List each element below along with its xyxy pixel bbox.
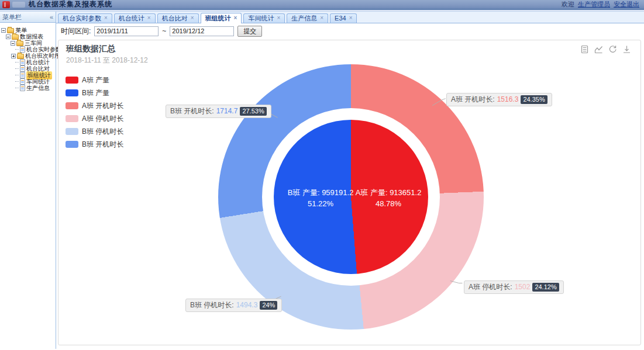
legend-item-b-runtime[interactable]: B班 开机时长 [66, 140, 123, 150]
callout-a-runtime: A班 开机时长: 1516.3 24.35% [446, 93, 552, 106]
report-file-icon [20, 59, 25, 65]
end-date-input[interactable] [170, 26, 234, 36]
tab-close-icon[interactable]: × [277, 15, 280, 21]
date-range-label: 时间区间: [61, 26, 91, 36]
tab-label: 机台实时参数 [63, 14, 101, 23]
tab-close-icon[interactable]: × [320, 15, 323, 21]
date-range-separator: ~ [162, 27, 166, 35]
tab-machine-realtime-params[interactable]: 机台实时参数 × [58, 13, 112, 23]
folder-icon [16, 41, 23, 46]
logout-link[interactable]: 安全退出 [614, 0, 639, 9]
tab-close-icon[interactable]: × [104, 15, 108, 21]
tab-label: 机台比对 [162, 14, 188, 23]
company-logo-icon [12, 2, 25, 8]
legend-item-a-downtime[interactable]: A班 停机时长 [66, 114, 123, 124]
tab-close-icon[interactable]: × [234, 15, 237, 21]
report-file-icon [20, 72, 25, 78]
legend-item-b-downtime[interactable]: B班 停机时长 [66, 127, 123, 137]
line-chart-icon[interactable] [594, 45, 603, 54]
folder-icon [7, 28, 14, 33]
tab-label: E34 [335, 15, 346, 22]
callout-percent-badge: 24.35% [521, 95, 547, 104]
tab-label: 车间统计 [248, 14, 274, 23]
menu-tree: 菜单 数据报表 三车间 机台实时参数 机台班次时序 [0, 23, 56, 91]
legend-item-a-output[interactable]: A班 产量 [66, 75, 123, 85]
callout-label: A班 停机时长: [469, 282, 512, 292]
legend-swatch [66, 89, 78, 96]
tree-connector [15, 49, 19, 50]
folder-icon [17, 54, 24, 59]
callout-value: 1502 [515, 283, 531, 291]
tab-close-icon[interactable]: × [147, 15, 151, 21]
tab-team-stats[interactable]: 班组统计 × [201, 13, 242, 23]
restore-icon[interactable] [608, 45, 617, 54]
legend-swatch [66, 77, 78, 84]
expand-plus-icon[interactable] [11, 54, 16, 58]
tab-label: 生产信息 [291, 14, 317, 23]
download-icon[interactable] [622, 45, 631, 54]
content-area: 机台实时参数 × 机台统计 × 机台比对 × 班组统计 × 车间统计 × 生产信… [56, 12, 644, 349]
callout-value: 1494.3 [236, 301, 258, 309]
tab-label: 机台统计 [119, 14, 144, 23]
chart-title: 班组数据汇总 [66, 44, 115, 54]
legend-swatch [66, 115, 78, 122]
report-file-icon [20, 46, 25, 53]
legend-label: A班 产量 [82, 75, 109, 85]
chart-toolbox [580, 45, 631, 54]
callout-percent-badge: 27.53% [240, 107, 266, 116]
data-view-icon[interactable] [580, 45, 589, 54]
tree-connector [15, 68, 19, 69]
legend-label: A班 停机时长 [82, 114, 123, 124]
legend-item-b-output[interactable]: B班 产量 [66, 88, 123, 98]
callout-b-downtime: B班 停机时长: 1494.3 24% [185, 299, 282, 312]
tree-connector [15, 62, 19, 63]
tree-label: 生产信息 [26, 84, 50, 92]
tree-connector [15, 88, 19, 88]
collapse-minus-icon[interactable] [11, 41, 15, 46]
tree-connector [15, 75, 19, 75]
legend-swatch [66, 128, 78, 135]
tab-workshop-stats[interactable]: 车间统计 × [243, 13, 285, 23]
tab-bar: 机台实时参数 × 机台统计 × 机台比对 × 班组统计 × 车间统计 × 生产信… [56, 12, 644, 23]
callout-percent-badge: 24.12% [532, 283, 559, 292]
report-file-icon [20, 78, 25, 85]
tab-machine-compare[interactable]: 机台比对 × [157, 13, 199, 23]
tree-connector [15, 81, 19, 82]
folder-icon [12, 34, 19, 40]
sidebar-collapse-icon[interactable]: « [50, 14, 53, 20]
team-data-chart-panel: 班组数据汇总 2018-11-11 至 2018-12-12 [58, 40, 641, 345]
inner-pie-series[interactable] [274, 120, 428, 274]
callout-value: 1516.3 [497, 95, 519, 103]
submit-button[interactable]: 提交 [237, 26, 262, 37]
tab-e34[interactable]: E34 × [330, 13, 357, 23]
legend-label: B班 产量 [82, 88, 109, 98]
legend-label: B班 停机时长 [82, 127, 123, 137]
tab-label: 班组统计 [205, 14, 231, 23]
legend-label: B班 开机时长 [82, 140, 123, 150]
chart-subtitle: 2018-11-11 至 2018-12-12 [66, 56, 148, 65]
user-link[interactable]: 生产管理员 [578, 0, 610, 9]
legend-label: A班 开机时长 [82, 101, 123, 111]
filter-bar: 时间区间: ~ 提交 [56, 23, 644, 39]
callout-b-runtime: B班 开机时长: 1714.7 27.53% [166, 105, 271, 118]
callout-label: B班 停机时长: [190, 300, 234, 310]
tree-item-production-info[interactable]: 生产信息 [0, 85, 56, 91]
tab-close-icon[interactable]: × [349, 15, 353, 21]
tab-machine-stats[interactable]: 机台统计 × [114, 13, 156, 23]
callout-value: 1714.7 [216, 107, 238, 115]
legend-swatch [66, 102, 78, 109]
sidebar-header: 菜单栏 « [0, 12, 56, 23]
callout-label: B班 开机时长: [170, 106, 214, 116]
report-file-icon [20, 85, 25, 91]
tab-production-info[interactable]: 生产信息 × [287, 13, 328, 23]
callout-a-downtime: A班 停机时长: 1502 24.12% [464, 280, 564, 294]
start-date-input[interactable] [94, 26, 159, 36]
collapse-minus-icon[interactable] [1, 28, 6, 33]
collapse-minus-icon[interactable] [6, 34, 11, 39]
sidebar-title: 菜单栏 [2, 13, 22, 22]
app-logo-icon [2, 1, 10, 8]
app-title: 机台数据采集及报表系统 [29, 0, 112, 9]
tab-close-icon[interactable]: × [191, 15, 194, 21]
sidebar: 菜单栏 « 菜单 数据报表 三车间 机台实时参数 [0, 12, 56, 349]
legend-item-a-runtime[interactable]: A班 开机时长 [66, 101, 123, 111]
